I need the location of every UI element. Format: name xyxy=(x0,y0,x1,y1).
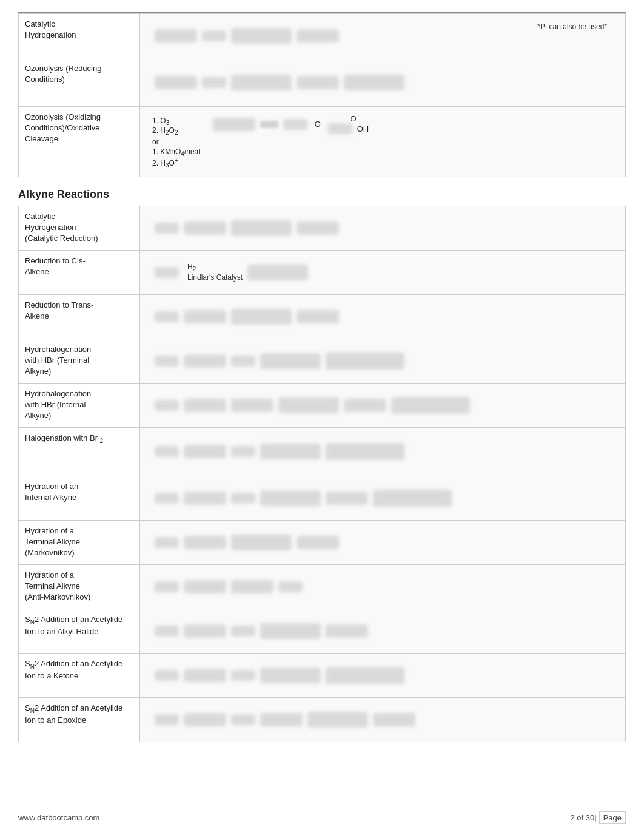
reaction-diagram: *Pt can also be used* xyxy=(140,14,626,58)
table-row: Catalytic Hydrogenation (Catalytic Reduc… xyxy=(19,206,626,250)
molecule-blur xyxy=(155,537,179,548)
table-row: SN2 Addition of an Acetylide Ion to a Ke… xyxy=(19,653,626,697)
alkene-reactions-table: Catalytic Hydrogenation *Pt can also be … xyxy=(18,13,626,177)
diagram-content xyxy=(146,299,619,335)
molecule-blur xyxy=(260,668,321,683)
step2: 2. H2O2 xyxy=(152,126,201,136)
molecule-blur xyxy=(297,29,339,42)
molecule-with-oh: O OH xyxy=(326,114,369,134)
reaction-diagram xyxy=(140,58,626,107)
table-row: SN2 Addition of an Acetylide Ion to an E… xyxy=(19,697,626,742)
molecule-blur xyxy=(184,354,226,368)
molecule-blur xyxy=(260,444,321,459)
reaction-diagram xyxy=(140,476,626,520)
table-row: Ozonolysis (Oxidizing Conditions)/Oxidat… xyxy=(19,107,626,177)
diagram-content xyxy=(146,343,619,379)
diagram-content xyxy=(146,62,619,103)
table-row: SN2 Addition of an Acetylide Ion to an A… xyxy=(19,609,626,653)
molecule-blur xyxy=(326,443,404,460)
molecule-blur xyxy=(260,490,321,506)
molecule-blur xyxy=(373,490,452,507)
molecule-blur xyxy=(231,626,255,637)
molecule-blur xyxy=(231,714,255,725)
step4: 2. H3O+ xyxy=(152,157,201,169)
molecule-blur xyxy=(155,223,179,234)
oxidizing-diagram: O O OH xyxy=(210,114,613,134)
reaction-diagram xyxy=(140,339,626,383)
molecule-blur xyxy=(297,310,339,323)
diagram-content: *Pt can also be used* xyxy=(146,18,619,54)
oxygen-top: O xyxy=(315,120,321,129)
molecule-blur xyxy=(326,624,368,638)
molecule-blur xyxy=(184,624,226,638)
reaction-label: Reduction to Trans- Alkene xyxy=(19,294,140,339)
oh-label: OH xyxy=(357,124,369,134)
molecule-blur xyxy=(260,353,321,369)
carbonyl-group: O xyxy=(315,120,321,129)
diagram-content xyxy=(146,657,619,694)
reaction-label: Hydration of a Terminal Alkyne (Markovni… xyxy=(19,520,140,564)
molecule-blur xyxy=(184,492,226,505)
reaction-label: SN2 Addition of an Acetylide Ion to an E… xyxy=(19,697,140,742)
molecule-blur xyxy=(231,670,255,681)
page: Catalytic Hydrogenation *Pt can also be … xyxy=(0,0,644,835)
page-label: Page xyxy=(599,811,626,824)
molecule-blur xyxy=(202,30,226,41)
molecule-blur xyxy=(155,581,179,592)
diagram-content xyxy=(146,480,619,516)
reaction-label: Hydrohalogenation with HBr (Internal Alk… xyxy=(19,383,140,427)
molecule-blur xyxy=(260,713,303,726)
step1: 1. O3 xyxy=(152,117,201,126)
reaction-label: SN2 Addition of an Acetylide Ion to an A… xyxy=(19,609,140,653)
molecule-blur xyxy=(231,535,292,550)
molecule-blur xyxy=(344,75,404,90)
reaction-diagram xyxy=(140,294,626,339)
molecule-blur xyxy=(278,397,339,413)
molecule-blur xyxy=(326,353,404,370)
molecule-blur xyxy=(260,623,321,639)
molecule-blur xyxy=(184,399,226,412)
table-row: Hydration of a Terminal Alkyne (Markovni… xyxy=(19,520,626,564)
diagram-content xyxy=(146,210,619,246)
table-row: Ozonolysis (Reducing Conditions) xyxy=(19,58,626,107)
reaction-diagram xyxy=(140,653,626,697)
alkyne-section-header: Alkyne Reactions xyxy=(18,188,626,201)
molecule-blur xyxy=(184,580,226,593)
diagram-content: H2 Lindlar's Catalyst xyxy=(146,254,619,291)
molecule-blur xyxy=(247,265,308,280)
oh-molecule: OH xyxy=(326,123,369,134)
reaction-steps: 1. O3 2. H2O2 or 1. KMnO4/heat 2. H3O+ xyxy=(152,114,201,169)
diagram-content xyxy=(146,387,619,424)
molecule-blur xyxy=(297,536,339,549)
step-or: or xyxy=(152,138,201,146)
h2-label: H2 xyxy=(187,263,243,272)
page-info: 2 of 30| Page xyxy=(570,811,626,824)
molecule-blur xyxy=(184,713,226,726)
molecule-blur xyxy=(155,400,179,411)
reaction-label: Halogenation with Br 2 xyxy=(19,427,140,476)
reaction-label: SN2 Addition of an Acetylide Ion to a Ke… xyxy=(19,653,140,697)
molecule-blur xyxy=(155,446,179,457)
molecule-blur xyxy=(373,713,415,726)
molecule-blur xyxy=(155,29,197,42)
reaction-diagram xyxy=(140,697,626,742)
lindlar-catalyst-label: Lindlar's Catalyst xyxy=(187,273,243,282)
molecule-blur xyxy=(184,669,226,682)
reaction-label: Hydrohalogenation with HBr (Terminal Alk… xyxy=(19,339,140,383)
reaction-label: Ozonolysis (Reducing Conditions) xyxy=(19,58,140,107)
reaction-label: Catalytic Hydrogenation (Catalytic Reduc… xyxy=(19,206,140,250)
arrow-blur xyxy=(260,121,278,128)
reaction-label: Ozonolysis (Oxidizing Conditions)/Oxidat… xyxy=(19,107,140,177)
molecule-blur xyxy=(155,311,179,322)
table-row: Hydration of an Internal Alkyne xyxy=(19,476,626,520)
reaction-diagram xyxy=(140,206,626,250)
step3: 1. KMnO4/heat xyxy=(152,147,201,157)
molecule-blur xyxy=(155,493,179,504)
molecule-blur xyxy=(231,446,255,457)
molecule-blur xyxy=(307,712,368,728)
molecule-blur xyxy=(231,28,292,44)
molecule-blur xyxy=(231,309,292,325)
molecule-blur xyxy=(231,580,273,593)
reaction-diagram xyxy=(140,564,626,609)
molecule-blur xyxy=(231,75,292,90)
